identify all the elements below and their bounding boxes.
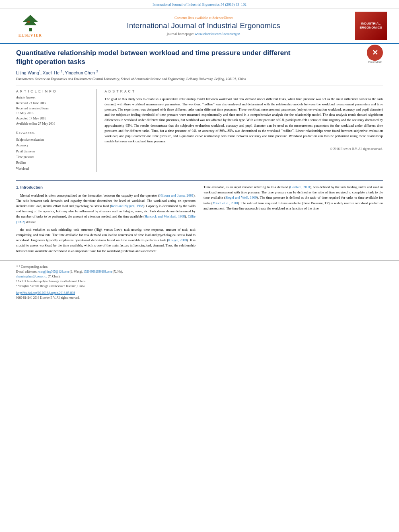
keyword-item: Accuracy: [16, 143, 90, 148]
ie-logo-box: INDUSTRIAL ERGONOMICS: [355, 12, 387, 40]
history-item: 16 May 2016: [16, 111, 90, 116]
ref-siegel[interactable]: Siegel and Wolf, 1969: [225, 195, 257, 199]
intro-para-2: the task variables as task criticality, …: [16, 227, 195, 254]
homepage-url[interactable]: www.elsevier.com/locate/ergon: [195, 32, 240, 36]
article-info-title: A R T I C L E I N F O: [16, 89, 90, 93]
keyword-item: Workload: [16, 166, 90, 172]
ref-reid[interactable]: Reid and Nygren, 1988: [111, 204, 143, 208]
article-info-column: A R T I C L E I N F O Article history: R…: [16, 89, 97, 172]
journal-reference: International Journal of Industrial Ergo…: [0, 0, 399, 8]
history-item: Available online 27 May 2016: [16, 121, 90, 127]
ref-hancock[interactable]: Hancock and Meshkati, 1988: [145, 214, 185, 218]
email-link-3[interactable]: chenyingchun@comac.cc: [16, 275, 47, 278]
sciencedirect-link: Contents lists available at ScienceDirec…: [52, 16, 355, 20]
keyword-item: Subjective evaluation: [16, 137, 90, 143]
keyword-item: Pupil diameter: [16, 149, 90, 154]
footnote-2: ² Shanghai Aircraft Design and Research …: [16, 284, 383, 289]
ref-mloch[interactable]: Mloch et al., 2010: [212, 201, 238, 205]
elsevier-logo: ELSEVIER: [8, 14, 52, 37]
abstract-text: The goal of this study was to establish …: [105, 97, 383, 144]
homepage-link: journal homepage: www.elsevier.com/locat…: [52, 32, 355, 36]
doi-link[interactable]: http://dx.doi.org/10.1016/j.ergon.2016.0…: [16, 291, 75, 295]
article-content: ✕ CrossMark Quantitative relationship mo…: [0, 44, 399, 176]
divider: [16, 86, 383, 86]
history-item: Received in revised form: [16, 106, 90, 111]
email-link-2[interactable]: 152109882830163.com: [83, 270, 112, 273]
elsevier-text: ELSEVIER: [19, 33, 42, 37]
ie-logo-section: INDUSTRIAL ERGONOMICS: [355, 12, 391, 40]
journal-title: International Journal of Industrial Ergo…: [52, 21, 355, 30]
abstract-title: A B S T R A C T: [105, 89, 383, 93]
keywords-label: Keywords:: [16, 131, 90, 135]
article-body: A R T I C L E I N F O Article history: R…: [16, 89, 383, 172]
svg-rect-3: [27, 21, 30, 23]
crossmark-icon: ✕: [367, 45, 383, 61]
keyword-item: Time pressure: [16, 154, 90, 160]
keywords-section: Keywords: Subjective evaluation Accuracy…: [16, 131, 90, 172]
elsevier-tree-icon: [19, 14, 41, 32]
affiliation: Fundamental Science on Ergonomics and En…: [16, 77, 383, 82]
body-right-column: Time available, as an input variable ref…: [204, 185, 383, 256]
authors: Lijing Wang*, Xueli He 1, Yingchun Chen …: [16, 70, 383, 75]
keyword-item: Redline: [16, 160, 90, 166]
footer: * * Corresponding author. E-mail address…: [0, 260, 399, 302]
elsevier-logo-section: ELSEVIER: [8, 14, 52, 37]
svg-rect-0: [29, 28, 32, 31]
intro-para-3: Time available, as an input variable ref…: [204, 185, 383, 211]
history-label: Article history:: [16, 96, 90, 99]
history-items: Received 23 June 2015 Received in revise…: [16, 101, 90, 127]
body-left-column: 1. Introduction Mental workload is often…: [16, 185, 195, 256]
abstract-section: A B S T R A C T The goal of this study w…: [105, 89, 383, 172]
footnote-1: ¹ AVIC China Aero-polytechnology Establi…: [16, 279, 383, 284]
crossmark-badge: ✕ CrossMark: [367, 45, 383, 64]
ref-gaillard[interactable]: Gaillard, 2001: [290, 185, 311, 189]
email-addresses: E-mail addresses: wangljiing505@126.com …: [16, 269, 383, 279]
history-item: Received 23 June 2015: [16, 101, 90, 106]
main-divider: [16, 180, 383, 181]
keyword-list: Subjective evaluation Accuracy Pupil dia…: [16, 137, 90, 172]
body-columns: 1. Introduction Mental workload is often…: [0, 185, 399, 256]
corresponding-author-note: * * Corresponding author.: [16, 264, 383, 269]
copyright: © 2016 Elsevier B.V. All rights reserved…: [105, 147, 383, 151]
section-1-heading: 1. Introduction: [16, 185, 195, 191]
email-link-1[interactable]: wangljiing505@126.com: [38, 270, 69, 273]
journal-center-info: Contents lists available at ScienceDirec…: [52, 16, 355, 36]
journal-header: ELSEVIER Contents lists available at Sci…: [0, 8, 399, 44]
ref-hilburn[interactable]: Hilburn and Jorna, 2001: [159, 193, 193, 197]
ref-kruger[interactable]: Krüger, 2008: [168, 238, 187, 242]
intro-para-1: Mental workload is often conceptualized …: [16, 193, 195, 225]
issn-line: 0169-8141/© 2016 Elsevier B.V. All right…: [16, 296, 383, 300]
article-title: Quantitative relationship model between …: [16, 49, 306, 66]
history-item: Accepted 17 May 2016: [16, 116, 90, 121]
